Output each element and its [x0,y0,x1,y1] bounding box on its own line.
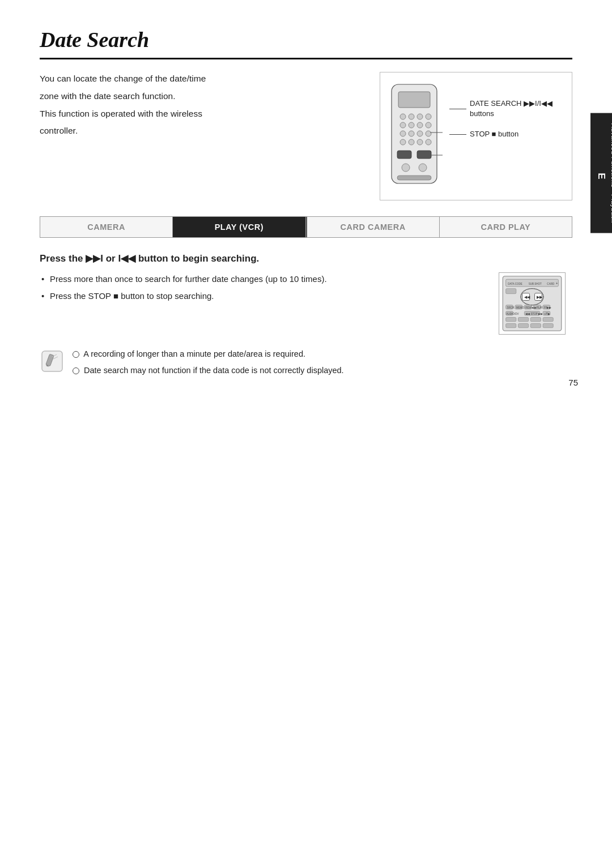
top-section: You can locate the change of the date/ti… [40,72,572,200]
svg-rect-61 [543,323,553,327]
remote-illustration-box: DATE SEARCH ▶▶I/I◀◀ buttons STOP ■ butto… [380,72,572,200]
right-sidebar: E Advanced Functions - Playback [590,113,612,233]
svg-text:AUDIO/DV: AUDIO/DV [507,313,519,315]
svg-point-14 [400,139,406,145]
small-remote-box: DATA CODE SUB.SHOT CARD + ◀◀ ▶▶ SRCH.SET [499,272,572,336]
svg-text:+/Π▶: +/Π▶ [544,313,550,315]
note-circle-1 [73,351,79,358]
svg-text:REW◀: REW◀ [525,306,534,309]
svg-text:◀◀: ◀◀ [524,294,530,300]
page-container: Date Search You can locate the change of… [0,0,612,408]
svg-text:+: + [556,281,558,285]
svg-point-17 [426,139,431,145]
page-number: 75 [568,378,578,387]
svg-text:CARD: CARD [547,283,555,285]
svg-point-21 [419,164,427,172]
svg-text:FF▶▶: FF▶▶ [544,306,552,309]
content-section: Press more than once to search for furth… [40,272,572,336]
svg-rect-55 [518,318,528,322]
mode-tabs: CAMERA PLAY (VCR) CARD CAMERA CARD PLAY [40,216,572,238]
svg-point-13 [426,131,431,136]
svg-point-20 [402,164,410,172]
svg-point-10 [400,131,406,136]
instruction-2: Press the STOP ■ button to stop searchin… [40,289,485,302]
svg-point-5 [426,114,431,119]
svg-point-12 [417,131,423,136]
label-date-search-text: DATE SEARCH ▶▶I/I◀◀ buttons [470,99,552,119]
note-1: A recording of longer than a minute per … [73,348,344,361]
label-date-search: DATE SEARCH ▶▶I/I◀◀ buttons [449,99,552,119]
intro-line3: This function is operated with the wirel… [40,107,363,121]
connector-line2 [449,134,466,135]
connector-line1 [449,109,466,109]
svg-point-11 [409,131,414,136]
svg-rect-31 [506,289,516,294]
svg-rect-1 [398,92,430,108]
title-divider [40,58,572,59]
svg-point-15 [409,139,414,145]
instruction-1: Press more than once to search for furth… [40,272,485,285]
intro-line2: zone with the date search function. [40,89,363,104]
svg-rect-59 [518,323,528,327]
svg-rect-18 [397,151,411,159]
tab-play-vcr[interactable]: PLAY (VCR) [173,217,305,237]
svg-point-9 [426,122,431,128]
svg-point-4 [417,114,423,119]
svg-text:▶▶: ▶▶ [537,294,543,300]
sidebar-letter: E [596,173,607,179]
remote-labels: DATE SEARCH ▶▶I/I◀◀ buttons STOP ■ butto… [449,82,552,147]
svg-text:DATA CODE: DATA CODE [508,283,522,285]
svg-text:MEMO: MEMO [516,306,525,309]
intro-line1: You can locate the change of the date/ti… [40,72,363,86]
svg-rect-56 [530,318,541,322]
label-stop-button: STOP ■ button [449,129,552,139]
svg-text:◀◀  STOP  ▶▶: ◀◀ STOP ▶▶ [525,313,543,315]
tab-card-camera[interactable]: CARD CAMERA [307,217,440,237]
tab-card-play[interactable]: CARD PLAY [440,217,572,237]
svg-text:▶PLAY: ▶PLAY [534,306,543,309]
intro-text: You can locate the change of the date/ti… [40,72,363,200]
svg-point-2 [400,114,406,119]
bullet-list: Press more than once to search for furth… [40,272,485,336]
svg-rect-60 [530,323,541,327]
svg-point-3 [409,114,414,119]
svg-rect-58 [506,323,516,327]
page-title: Date Search [40,27,572,52]
note-2: Date search may not function if the data… [73,364,344,378]
svg-rect-19 [417,151,431,159]
note-circle-2 [73,367,79,374]
notes-section: A recording of longer than a minute per … [40,348,572,380]
svg-rect-57 [543,318,553,322]
instructions-list: Press more than once to search for furth… [40,272,485,303]
svg-text:SUB.SHOT: SUB.SHOT [529,283,542,285]
svg-point-16 [417,139,423,145]
intro-line4: controller. [40,124,363,138]
section-heading: Press the ▶▶I or I◀◀ button to begin sea… [40,253,572,264]
svg-point-6 [400,122,406,128]
remote-svg [386,82,443,191]
svg-rect-22 [397,176,431,180]
svg-point-8 [417,122,423,128]
tab-camera[interactable]: CAMERA [40,217,173,237]
notes-text: A recording of longer than a minute per … [73,348,344,380]
note-icon [40,349,65,375]
svg-rect-54 [506,318,516,322]
svg-point-7 [409,122,414,128]
